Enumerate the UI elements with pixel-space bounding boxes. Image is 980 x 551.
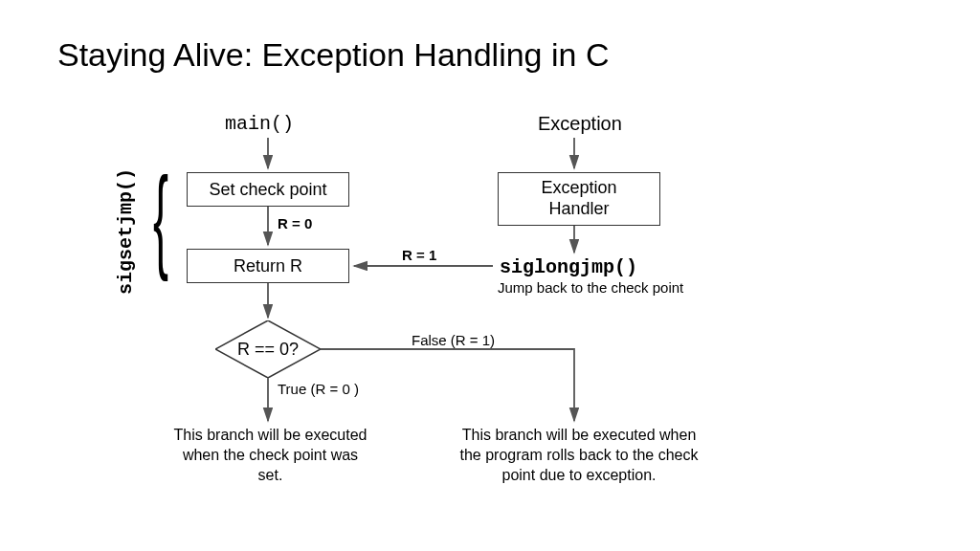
box-exception-handler-text: Exception Handler [541, 178, 616, 219]
jumpback-label: Jump back to the check point [498, 279, 683, 296]
brace-icon: { [153, 160, 168, 275]
diamond-text: R == 0? [237, 340, 299, 360]
main-label: main() [225, 113, 294, 135]
box-set-checkpoint-text: Set check point [209, 180, 326, 200]
edge-r0-label: R = 0 [278, 215, 312, 231]
exception-label: Exception [538, 113, 622, 135]
edge-r1-label: R = 1 [402, 247, 436, 263]
edge-false-label: False (R = 1) [412, 332, 495, 348]
slide-title: Staying Alive: Exception Handling in C [57, 36, 609, 74]
box-set-checkpoint: Set check point [187, 172, 349, 207]
box-return-r-text: Return R [234, 256, 302, 276]
diamond-condition: R == 0? [215, 320, 321, 378]
sigsetjmp-label: sigsetjmp() [115, 168, 137, 295]
box-return-r: Return R [187, 249, 349, 283]
box-exception-handler: Exception Handler [498, 172, 660, 226]
siglongjmp-label: siglongjmp() [500, 256, 637, 278]
note-left-branch: This branch will be executed when the ch… [172, 426, 368, 485]
note-right-branch: This branch will be executed when the pr… [450, 426, 708, 485]
edge-true-label: True (R = 0 ) [278, 381, 359, 397]
